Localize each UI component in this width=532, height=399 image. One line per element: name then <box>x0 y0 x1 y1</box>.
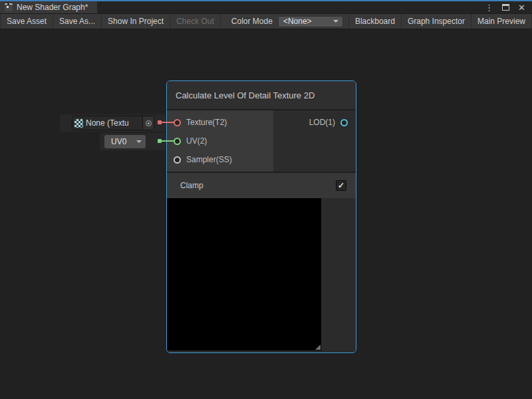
uv-channel-dropdown[interactable]: UV0 <box>104 135 146 148</box>
uv-port-label: UV(2) <box>186 136 207 146</box>
uv-default-input-row: UV0 <box>100 133 166 150</box>
graph-inspector-button[interactable]: Graph Inspector <box>402 14 471 29</box>
sampler-input-port[interactable] <box>174 156 181 164</box>
color-mode-dropdown[interactable]: <None> <box>278 16 343 27</box>
shader-graph-icon <box>5 3 13 11</box>
color-mode-label: Color Mode <box>229 14 278 29</box>
node-port-section: Texture(T2) UV(2) Sampler(SS) LOD(1) <box>167 110 356 172</box>
window-menu-icon[interactable]: ⋮ <box>485 3 493 12</box>
color-mode-value: <None> <box>283 17 312 26</box>
clamp-checkbox[interactable]: ✓ <box>336 180 346 191</box>
node-output-ports: LOD(1) <box>273 110 356 172</box>
texture-default-input-row: None (Textu <box>60 114 166 132</box>
toolbar-spacer <box>221 14 229 29</box>
check-out-button: Check Out <box>170 14 221 29</box>
node-title: Calculate Level Of Detail Texture 2D <box>176 90 315 100</box>
tab-new-shader-graph[interactable]: New Shader Graph* <box>0 1 97 13</box>
uv-channel-value: UV0 <box>111 137 126 146</box>
save-as-button[interactable]: Save As... <box>53 14 102 29</box>
maximize-icon[interactable] <box>502 4 509 11</box>
port-row-uv: UV(2) <box>167 132 273 150</box>
preview-resize-handle[interactable] <box>315 344 321 350</box>
shader-graph-toolbar: Save Asset Save As... Show In Project Ch… <box>0 14 532 29</box>
texture-checker-icon <box>74 119 83 128</box>
texture-port-label: Texture(T2) <box>186 118 227 127</box>
graph-canvas[interactable]: None (Textu UV0 Calculate Level Of Detai… <box>0 29 532 399</box>
object-picker-icon <box>146 120 152 126</box>
uv-edge-stub <box>158 139 162 143</box>
window-titlebar: New Shader Graph* ⋮ ✕ <box>0 0 532 14</box>
blackboard-button[interactable]: Blackboard <box>348 14 402 29</box>
clamp-setting-row: Clamp ✓ <box>167 173 356 198</box>
port-row-lod: LOD(1) <box>273 113 356 132</box>
texture-field-value: None (Textu <box>86 118 142 128</box>
tab-title: New Shader Graph* <box>17 3 88 12</box>
port-row-sampler: Sampler(SS) <box>167 150 273 169</box>
port-row-texture: Texture(T2) <box>167 113 273 132</box>
sampler-port-label: Sampler(SS) <box>186 155 232 164</box>
chevron-down-icon <box>136 140 142 143</box>
checkmark-icon: ✓ <box>338 182 344 190</box>
texture-edge-stub <box>158 120 162 124</box>
lod-output-port[interactable] <box>340 119 348 126</box>
node-preview <box>167 198 321 350</box>
object-picker-button[interactable] <box>142 116 154 130</box>
save-asset-button[interactable]: Save Asset <box>0 14 53 29</box>
lod-port-label: LOD(1) <box>309 118 335 127</box>
node-header[interactable]: Calculate Level Of Detail Texture 2D <box>167 81 356 109</box>
show-in-project-button[interactable]: Show In Project <box>102 14 170 29</box>
texture-object-field[interactable]: None (Textu <box>72 116 154 130</box>
texture-edge-wire[interactable] <box>161 122 175 123</box>
main-preview-button[interactable]: Main Preview <box>471 14 532 29</box>
window-controls: ⋮ ✕ <box>485 1 532 13</box>
clamp-label: Clamp <box>180 181 203 190</box>
node-input-ports: Texture(T2) UV(2) Sampler(SS) <box>167 110 273 172</box>
node-preview-section <box>167 198 356 352</box>
chevron-down-icon <box>333 20 338 23</box>
close-icon[interactable]: ✕ <box>518 3 525 12</box>
uv-edge-wire[interactable] <box>161 140 175 142</box>
node-calculate-lod-texture2d[interactable]: Calculate Level Of Detail Texture 2D Tex… <box>166 80 356 353</box>
